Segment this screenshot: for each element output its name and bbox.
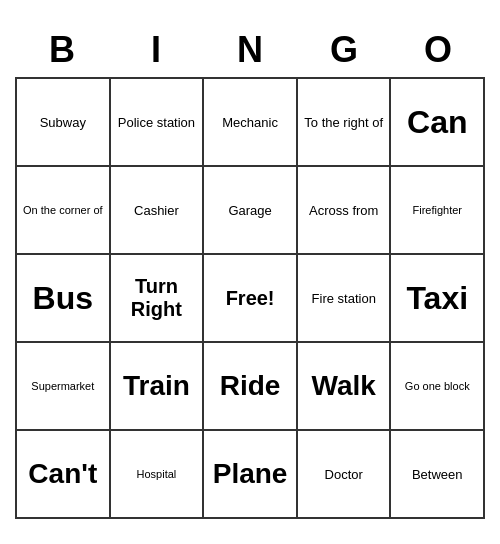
bingo-cell: Garage: [203, 166, 297, 254]
bingo-cell: Train: [110, 342, 204, 430]
bingo-cell: Firefighter: [390, 166, 484, 254]
bingo-cell: To the right of: [297, 78, 391, 166]
bingo-cell: Ride: [203, 342, 297, 430]
bingo-grid: SubwayPolice stationMechanicTo the right…: [15, 77, 485, 519]
bingo-cell: On the corner of: [16, 166, 110, 254]
table-row: On the corner ofCashierGarageAcross from…: [16, 166, 484, 254]
table-row: SupermarketTrainRideWalkGo one block: [16, 342, 484, 430]
bingo-cell: Supermarket: [16, 342, 110, 430]
bingo-cell: Police station: [110, 78, 204, 166]
bingo-cell: Between: [390, 430, 484, 518]
header-letter: N: [203, 25, 297, 75]
header-letter: G: [297, 25, 391, 75]
header-letter: O: [391, 25, 485, 75]
bingo-cell: Hospital: [110, 430, 204, 518]
table-row: Can'tHospitalPlaneDoctorBetween: [16, 430, 484, 518]
bingo-cell: Walk: [297, 342, 391, 430]
bingo-cell: Across from: [297, 166, 391, 254]
bingo-cell: Bus: [16, 254, 110, 342]
bingo-cell: Go one block: [390, 342, 484, 430]
bingo-header: BINGO: [15, 25, 485, 75]
table-row: SubwayPolice stationMechanicTo the right…: [16, 78, 484, 166]
bingo-cell: Fire station: [297, 254, 391, 342]
header-letter: I: [109, 25, 203, 75]
bingo-cell: Turn Right: [110, 254, 204, 342]
bingo-cell: Can't: [16, 430, 110, 518]
bingo-cell: Plane: [203, 430, 297, 518]
bingo-cell: Can: [390, 78, 484, 166]
bingo-cell: Taxi: [390, 254, 484, 342]
bingo-cell: Free!: [203, 254, 297, 342]
bingo-card: BINGO SubwayPolice stationMechanicTo the…: [15, 25, 485, 519]
table-row: BusTurn RightFree!Fire stationTaxi: [16, 254, 484, 342]
bingo-cell: Doctor: [297, 430, 391, 518]
header-letter: B: [15, 25, 109, 75]
bingo-cell: Subway: [16, 78, 110, 166]
bingo-cell: Mechanic: [203, 78, 297, 166]
bingo-cell: Cashier: [110, 166, 204, 254]
